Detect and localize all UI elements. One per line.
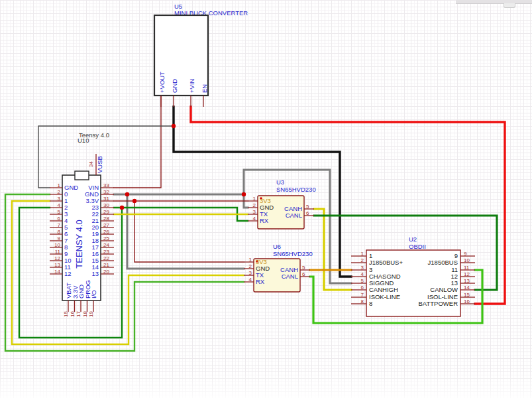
u2-pin-number: 3	[361, 265, 364, 271]
u10-pin-number: 4	[58, 202, 61, 208]
u2-pin-name: 8	[369, 300, 372, 307]
u10-pin-number: 18	[82, 311, 88, 317]
component-u10-teensy: Teensy 4.0U10TEENSY 4.034VUSB1GND33VIN20…	[50, 131, 114, 317]
u2-pin-number: 11	[464, 265, 470, 271]
u10-pin-number: 32	[103, 189, 109, 195]
u2-pin-number: 9	[464, 251, 467, 257]
component-u5-buck-converter: U5MINI BUCK CONVERTER+VOUTGND+VINEN	[154, 3, 248, 107]
u10-ref[interactable]: U10	[78, 137, 89, 144]
u5-pin-name: +VOUT	[158, 72, 166, 93]
u10-pin-number: 23	[103, 249, 109, 255]
u10-pin-number: 26	[103, 229, 109, 235]
u2-pin-number: 6	[361, 285, 364, 291]
u10-pin-number: 2	[58, 189, 61, 195]
u2-pin-number: 4	[361, 271, 364, 277]
u5-pin-name: EN	[201, 84, 208, 93]
u6-value[interactable]: SN65HVD230	[273, 250, 313, 257]
u2-pin-number: 1	[361, 251, 364, 257]
u3-pin-number: 6	[306, 210, 309, 216]
wire-vout-to-vin33[interactable]	[114, 96, 161, 188]
component-u3-can-transceiver: U3SN65HVD23013V32GND3TX4RX5CANH6CANL	[248, 178, 316, 229]
u5-pin-name: +VIN	[188, 78, 195, 93]
u2-pin-name: BATTPOWER	[419, 300, 458, 307]
u2-pin-number: 13	[464, 278, 470, 284]
u2-pin-name: J1850BUS	[428, 259, 458, 266]
u10-pin-number: 29	[103, 209, 109, 215]
u10-pin-number: 24	[103, 242, 109, 248]
wire-rx2-loop[interactable]	[5, 194, 244, 351]
schematic-drawing: U5MINI BUCK CONVERTER+VOUTGND+VINENTeens…	[0, 0, 532, 398]
u10-pin-name: I/O	[90, 290, 97, 298]
u2-pin-number: 2	[361, 257, 364, 263]
u6-pin-number: 6	[302, 271, 305, 277]
u10-pin-number: 3	[58, 196, 61, 202]
component-u2-obdii: U2OBDII11992J1850BUS+10J1850BUS3311114CH…	[351, 235, 475, 316]
u6-pin-number: 3	[249, 270, 252, 276]
u6-ref[interactable]: U6	[273, 243, 281, 250]
u3-pin-number: 4	[253, 216, 256, 222]
u3-value[interactable]: SN65HVD230	[276, 186, 316, 193]
u2-pin-number: 7	[361, 292, 364, 298]
component-u6-can-transceiver: U6SN65HVD23013V32GND3TX4RX5CANH6CANL	[244, 243, 313, 292]
u2-pin-number: 15	[464, 292, 470, 298]
u10-pin-number: 31	[103, 196, 109, 202]
u2-pin-name: J1850BUS+	[369, 259, 403, 266]
u10-pin-number: 20	[103, 269, 109, 275]
u10-pin-number: 15	[63, 311, 69, 317]
u10-usb-notch	[75, 171, 89, 180]
u3-pin-number: 5	[306, 204, 309, 210]
u6-pin-name: RX	[256, 278, 265, 285]
u10-pin-number: 6	[58, 216, 61, 222]
u3-pin-name: RX	[260, 217, 269, 224]
junction-dot[interactable]	[133, 199, 136, 203]
u2-pin-name: CANHIGH	[369, 286, 398, 293]
u2-pin-number: 14	[464, 285, 470, 291]
u10-pin-number: 7	[58, 222, 61, 228]
u10-pin-number: 25	[103, 235, 109, 241]
junction-dots	[120, 124, 246, 210]
u10-pin-number: 5	[58, 209, 61, 215]
u10-body-label: TEENSY 4.0	[74, 220, 84, 268]
junction-dot[interactable]	[242, 192, 246, 196]
u10-pin-number: 34	[88, 161, 94, 167]
u2-pin-name: CANLOW	[430, 286, 458, 293]
u10-pin-number: 27	[103, 222, 109, 228]
u5-pin-name: GND	[171, 79, 178, 93]
u10-pin-number: 17	[76, 311, 81, 317]
u2-pin-number: 10	[464, 257, 470, 263]
u2-pin-number: 12	[464, 271, 470, 277]
u10-pin-name: 13	[91, 270, 99, 277]
u6-pin-number: 2	[249, 263, 252, 269]
u3-pin-number: 3	[253, 209, 256, 215]
u10-pin-number: 9	[58, 235, 61, 241]
wire-gnd32-u6[interactable]	[127, 194, 244, 269]
u10-pin-number: 11	[55, 249, 61, 255]
u2-value[interactable]: OBDII	[409, 243, 426, 250]
schematic-canvas[interactable]: U5MINI BUCK CONVERTER+VOUTGND+VINENTeens…	[0, 0, 532, 398]
u10-pin-number: 12	[54, 255, 60, 261]
junction-dot[interactable]	[125, 192, 129, 196]
u3-pin-name: CANL	[286, 212, 302, 219]
wire-3v3-u6[interactable]	[134, 201, 244, 262]
u10-pin-name: VUSB	[96, 156, 103, 173]
u3-ref[interactable]: U3	[276, 178, 284, 186]
u6-pin-number: 1	[249, 257, 252, 263]
u2-pin-number: 16	[464, 298, 470, 304]
u10-pin-number: 19	[88, 311, 94, 317]
u10-pin-number: 10	[54, 242, 60, 248]
u6-pin-number: 5	[302, 265, 305, 271]
u2-ref[interactable]: U2	[409, 235, 417, 243]
u10-pin-number: 14	[54, 269, 60, 275]
u6-pin-name: CANL	[282, 273, 298, 280]
u10-pin-number: 28	[103, 216, 109, 222]
u10-pin-number: 16	[70, 311, 76, 317]
u10-pin-number: 8	[58, 229, 61, 235]
u2-pin-number: 8	[361, 298, 364, 304]
u10-pin-number: 1	[58, 182, 61, 188]
u3-pin-number: 1	[253, 196, 256, 202]
u10-pin-number: 21	[103, 262, 109, 268]
junction-dot[interactable]	[172, 124, 176, 128]
junction-dot[interactable]	[120, 206, 124, 210]
u10-pin-number: 22	[103, 255, 109, 261]
u10-pin-number: 13	[54, 262, 60, 268]
